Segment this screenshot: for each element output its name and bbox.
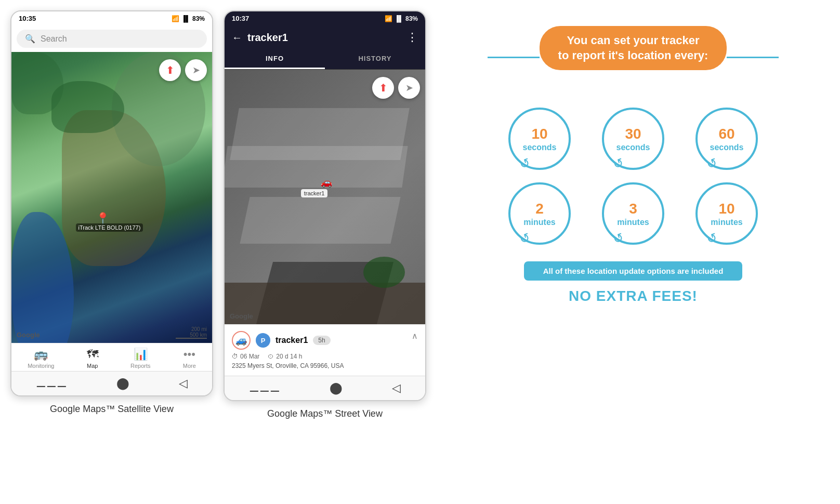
tracker-p-icon: P bbox=[256, 333, 270, 348]
phone1-android-nav: ⚊⚊⚊ ⬤ ◁ bbox=[11, 371, 212, 395]
android2-back-icon[interactable]: ⚊⚊⚊ bbox=[249, 381, 280, 395]
title-line-right bbox=[727, 57, 779, 58]
info-address: 2325 Myers St, Oroville, CA 95966, USA bbox=[232, 362, 418, 369]
info-date: 06 Mar bbox=[240, 353, 259, 360]
circle-10s: 10 seconds ↺ bbox=[498, 108, 581, 170]
tracker-compass-btn[interactable]: ⬆ bbox=[372, 77, 394, 99]
time-unit-10s: seconds bbox=[523, 142, 557, 152]
tab-info[interactable]: INFO bbox=[225, 49, 325, 69]
phone1-wrapper: 10:35 📶 ▐▌ 83% 🔍 Search bbox=[10, 10, 213, 415]
battery-icon: 83% bbox=[192, 15, 205, 22]
navigate-icon: ➤ bbox=[192, 64, 200, 76]
phone1-time: 10:35 bbox=[19, 15, 36, 22]
map-icon: 🗺 bbox=[87, 348, 98, 361]
tracker-map-label-2: tracker1 bbox=[301, 189, 328, 197]
search-bar[interactable]: 🔍 Search bbox=[17, 30, 207, 48]
phone1-bottom-nav: 🚌 Monitoring 🗺 Map 📊 Reports ••• More bbox=[11, 343, 212, 371]
navigate-button[interactable]: ➤ bbox=[185, 59, 207, 81]
android2-recents-icon[interactable]: ◁ bbox=[392, 381, 401, 395]
time-circle-10s: 10 seconds ↺ bbox=[508, 108, 571, 170]
phone2-time: 10:37 bbox=[232, 15, 249, 22]
nav-reports-label: Reports bbox=[130, 363, 151, 369]
circle-arrow-10m: ↺ bbox=[705, 230, 719, 247]
monitoring-icon: 🚌 bbox=[34, 348, 48, 361]
info-card-header: 🚙 P tracker1 5h bbox=[232, 331, 418, 350]
infographic-title-line2: to report it's location every: bbox=[558, 49, 708, 62]
phone1-status-icons: 📶 ▐▌ 83% bbox=[172, 15, 205, 22]
clock-icon: ⏱ bbox=[232, 353, 238, 360]
search-input-placeholder[interactable]: Search bbox=[41, 34, 67, 44]
parking-lot-bg: 🚗 tracker1 ⬆ ➤ Google bbox=[225, 70, 425, 324]
infographic-panel: You can set your tracker to report it's … bbox=[437, 10, 830, 320]
wifi-icon: 📶 bbox=[172, 15, 179, 22]
info-duration-item: ⏲ 20 d 14 h bbox=[268, 353, 302, 360]
time-number-30s: 30 bbox=[616, 125, 650, 143]
tracker-google-watermark: Google bbox=[230, 312, 253, 320]
timer-icon: ⏲ bbox=[268, 353, 274, 360]
scale-bar: 200 mi 500 km bbox=[176, 326, 207, 339]
nav-monitoring[interactable]: 🚌 Monitoring bbox=[28, 348, 54, 369]
phone2-map[interactable]: 🚗 tracker1 ⬆ ➤ Google bbox=[225, 70, 425, 324]
infographic-title-line1: You can set your tracker bbox=[567, 34, 699, 47]
nav-map-label: Map bbox=[87, 363, 98, 369]
circle-arrow-2m: ↺ bbox=[518, 230, 532, 247]
phone2-battery-text: 83% bbox=[405, 15, 418, 22]
parking-row-3 bbox=[240, 197, 400, 244]
circle-arrow-60s: ↺ bbox=[705, 155, 719, 173]
circle-2m: 2 minutes ↺ bbox=[498, 182, 581, 245]
phone2-status-bar: 10:37 📶 ▐▌ 83% bbox=[225, 11, 425, 25]
time-number-60s: 60 bbox=[710, 125, 744, 143]
phone1-map[interactable]: 📍 iTrack LTE BOLD (0177) ⬆ ➤ Google 200 … bbox=[11, 52, 212, 343]
compass-icon: ⬆ bbox=[166, 64, 175, 76]
tracker-car-pin: 🚗 bbox=[321, 177, 332, 188]
search-icon: 🔍 bbox=[25, 34, 35, 44]
back-icon[interactable]: ← bbox=[232, 32, 242, 44]
tracker-tabs: INFO HISTORY bbox=[225, 49, 425, 70]
tracker-info-card: 🚙 P tracker1 5h ⏱ 06 Mar ⏲ 20 d 14 h 232… bbox=[225, 324, 425, 376]
android2-home-icon[interactable]: ⬤ bbox=[330, 381, 343, 395]
tracker-car-avatar: 🚙 bbox=[232, 331, 251, 350]
time-circle-inner-2m: 2 minutes bbox=[523, 200, 555, 228]
circle-60s: 60 seconds ↺ bbox=[685, 108, 768, 170]
tracker-map-label: iTrack LTE BOLD (0177) bbox=[76, 223, 143, 232]
tab-history[interactable]: HISTORY bbox=[325, 49, 425, 69]
nav-map[interactable]: 🗺 Map bbox=[87, 348, 98, 369]
info-date-item: ⏱ 06 Mar bbox=[232, 353, 259, 360]
compass-button[interactable]: ⬆ bbox=[159, 59, 181, 81]
building-row bbox=[225, 283, 425, 324]
android-home-icon[interactable]: ⬤ bbox=[116, 377, 129, 390]
tracker-navigate-icon: ➤ bbox=[405, 82, 413, 94]
more-icon: ••• bbox=[183, 348, 195, 361]
parking-row-2 bbox=[225, 146, 408, 188]
title-line-left bbox=[488, 57, 540, 58]
tracker-navigate-btn[interactable]: ➤ bbox=[398, 77, 420, 99]
scale-line bbox=[176, 338, 207, 339]
signal-icon: ▐▌ bbox=[181, 15, 190, 22]
nav-more-label: More bbox=[183, 363, 196, 369]
time-circle-60s: 60 seconds ↺ bbox=[695, 108, 758, 170]
more-options-icon[interactable]: ⋮ bbox=[406, 31, 418, 44]
phone2-signal-icon: ▐▌ bbox=[395, 15, 403, 22]
time-circle-inner-60s: 60 seconds bbox=[710, 125, 744, 153]
time-number-10m: 10 bbox=[711, 200, 742, 218]
infographic-title-box: You can set your tracker to report it's … bbox=[540, 26, 727, 70]
time-unit-2m: minutes bbox=[523, 217, 555, 227]
infographic-title: You can set your tracker to report it's … bbox=[558, 33, 708, 63]
time-number-10s: 10 bbox=[523, 125, 557, 143]
circle-arrow-30s: ↺ bbox=[611, 155, 626, 173]
time-circle-10m: 10 minutes ↺ bbox=[695, 182, 758, 245]
circle-10m: 10 minutes ↺ bbox=[685, 182, 768, 245]
expand-button[interactable]: ∧ bbox=[412, 331, 418, 341]
time-unit-10m: minutes bbox=[711, 217, 742, 227]
android-back-icon[interactable]: ⚊⚊⚊ bbox=[36, 377, 67, 390]
circle-30s: 30 seconds ↺ bbox=[592, 108, 675, 170]
phone2-frame: 10:37 📶 ▐▌ 83% ← tracker1 ⋮ INFO HISTORY bbox=[224, 10, 426, 401]
nav-more[interactable]: ••• More bbox=[183, 348, 196, 369]
tree-cluster bbox=[363, 257, 405, 288]
android-recents-icon[interactable]: ◁ bbox=[179, 377, 188, 390]
info-meta: ⏱ 06 Mar ⏲ 20 d 14 h bbox=[232, 353, 418, 360]
time-unit-60s: seconds bbox=[710, 142, 744, 152]
reports-icon: 📊 bbox=[134, 348, 148, 361]
time-number-2m: 2 bbox=[523, 200, 555, 218]
nav-reports[interactable]: 📊 Reports bbox=[130, 348, 151, 369]
